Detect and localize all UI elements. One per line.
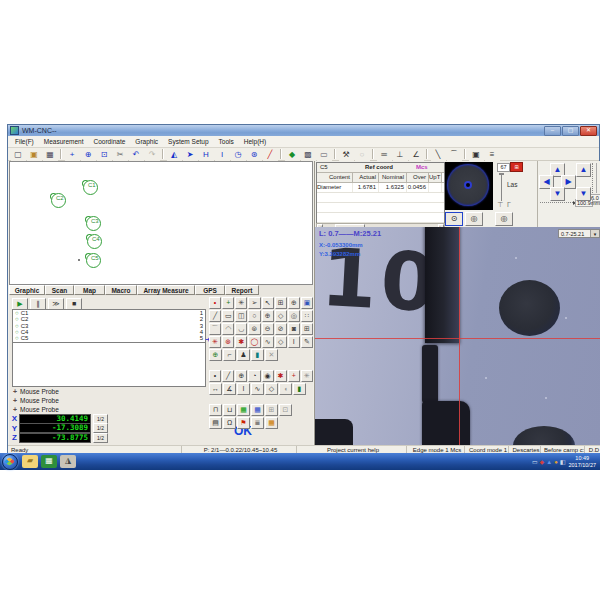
tab-map[interactable]: Map: [74, 285, 105, 295]
jog-down-button[interactable]: ▼: [550, 187, 565, 201]
delete-button[interactable]: ✕: [265, 349, 278, 361]
menu-coordinate[interactable]: Coordinate: [90, 137, 130, 146]
arc-lower-button[interactable]: ◡: [235, 323, 247, 335]
width-tool-button[interactable]: H: [199, 148, 214, 161]
column-header-actual[interactable]: Actual: [353, 173, 379, 182]
light-button[interactable]: ○: [355, 148, 370, 161]
caliper-button[interactable]: I: [288, 336, 300, 348]
language-indicator[interactable]: ▭: [532, 459, 538, 465]
menu-system-setup[interactable]: System Setup: [164, 137, 212, 146]
gear-red-button[interactable]: ✳: [209, 336, 221, 348]
probe-list-item[interactable]: +Mouse Probe: [12, 387, 204, 396]
green-swatch-button[interactable]: ▮: [293, 383, 306, 395]
table-row[interactable]: Diameter1.67811.63250.0456: [317, 183, 444, 193]
perpendicular-button[interactable]: ⊥: [393, 148, 408, 161]
title-bar[interactable]: WM-CNC-- – ▢ ✕: [8, 125, 599, 136]
frame-grid-button[interactable]: ⊞: [301, 323, 313, 335]
tab-array-measure[interactable]: Array Measure: [137, 285, 195, 295]
arc-button[interactable]: ⌒: [209, 323, 221, 335]
redo-button[interactable]: ↷: [145, 148, 160, 161]
column-header-content[interactable]: Content: [317, 173, 353, 182]
angle-tool-button[interactable]: ◭: [167, 148, 182, 161]
column-header-nominal[interactable]: Nominal: [379, 173, 407, 182]
circle-tool-button[interactable]: ⊛: [247, 148, 262, 161]
circle-hatch-button[interactable]: ⊕: [262, 310, 274, 322]
expand-button[interactable]: ⊡: [279, 404, 292, 416]
arc-upper-button[interactable]: ◠: [222, 323, 234, 335]
c-line-button[interactable]: ╱: [222, 370, 234, 382]
slot-button[interactable]: ⊘: [275, 323, 287, 335]
light-slider[interactable]: [501, 173, 502, 201]
pen-button[interactable]: ✎: [301, 336, 313, 348]
feature-list[interactable]: ○C11○C22○C33○C44○C55: [12, 309, 206, 343]
parallel-button[interactable]: ═: [377, 148, 392, 161]
rectangle-button[interactable]: ▭: [222, 310, 234, 322]
curve-button[interactable]: ∿: [262, 336, 274, 348]
program-empty-area[interactable]: [12, 342, 206, 387]
axis-half-toggle[interactable]: 1/2: [93, 414, 108, 424]
feature-circle-c2[interactable]: C2: [51, 193, 66, 208]
tab-macro[interactable]: Macro: [105, 285, 137, 295]
network-icon[interactable]: ◧: [560, 459, 566, 465]
height-tool-button[interactable]: I: [215, 148, 230, 161]
blob-button[interactable]: ◖: [279, 383, 292, 395]
point-star-button[interactable]: ✳: [235, 297, 247, 309]
circled-plus-button[interactable]: ⊕: [209, 349, 222, 361]
rect-dashed-button[interactable]: ⊞: [265, 404, 278, 416]
image-green-button[interactable]: ▦: [237, 404, 250, 416]
alert-icon[interactable]: ●: [554, 459, 558, 465]
arc-measure-button[interactable]: ⌒: [447, 148, 462, 161]
point-dot-button[interactable]: •: [209, 297, 221, 309]
menu-measurement[interactable]: Measurement: [40, 137, 88, 146]
angle-between-button[interactable]: ∡: [223, 383, 236, 395]
hexagon-button[interactable]: ◇: [275, 336, 287, 348]
two-rects-button[interactable]: ◫: [235, 310, 247, 322]
cut-button[interactable]: ✂: [113, 148, 128, 161]
image-capture-button[interactable]: ▣: [301, 297, 313, 309]
step-up-button[interactable]: ⊓: [209, 404, 222, 416]
tab-scan[interactable]: Scan: [45, 285, 74, 295]
axis-half-toggle[interactable]: 1/2: [93, 423, 108, 433]
security-shield-icon[interactable]: ▲: [546, 459, 552, 465]
start-button[interactable]: [2, 454, 18, 470]
spreadsheet-app-button[interactable]: ▦: [41, 455, 57, 468]
menu-file-f[interactable]: File(F): [11, 137, 38, 146]
rect-select-button[interactable]: ⊞: [275, 297, 287, 309]
z-speed-ruler[interactable]: [592, 163, 597, 193]
tab-gps[interactable]: GPS: [195, 285, 225, 295]
line-button[interactable]: ╱: [209, 310, 221, 322]
height-button[interactable]: I: [237, 383, 250, 395]
c-cloud-button[interactable]: ✱: [275, 370, 287, 382]
angle-dot-button[interactable]: ⌐: [223, 349, 236, 361]
zoom-range-combobox[interactable]: 0.7-25.21 ▾: [558, 229, 600, 238]
feature-circle-c5[interactable]: C5: [86, 253, 101, 268]
probe-list-item[interactable]: +Mouse Probe: [12, 396, 204, 405]
step-down-button[interactable]: ⊔: [223, 404, 236, 416]
window-view-button[interactable]: ▣: [469, 148, 484, 161]
list-view-button[interactable]: ≡: [485, 148, 500, 161]
concentric-button[interactable]: ◎: [288, 310, 300, 322]
tab-report[interactable]: Report: [225, 285, 259, 295]
c-point-button[interactable]: •: [209, 370, 221, 382]
point-grid-button[interactable]: ∷: [301, 310, 313, 322]
probe-person-button[interactable]: ♟: [237, 349, 250, 361]
diamond-tool-button[interactable]: ◆: [285, 148, 300, 161]
column-header-over[interactable]: Over: [407, 173, 429, 182]
ellipse-axis-button[interactable]: ⊖: [262, 323, 274, 335]
save-button[interactable]: ▦: [43, 148, 58, 161]
cursor-button[interactable]: ↖: [262, 297, 274, 309]
jog-z-down-button[interactable]: ▼: [576, 187, 591, 201]
update-icon[interactable]: ◆: [540, 459, 545, 465]
feature-circle-c3[interactable]: C3: [86, 216, 101, 231]
waviness-button[interactable]: ∿: [251, 383, 264, 395]
axis-half-toggle[interactable]: 1/2: [93, 433, 108, 443]
zoom-button[interactable]: ⊕: [81, 148, 96, 161]
feature-list-item[interactable]: ○C55: [13, 335, 205, 341]
polygon-button[interactable]: ◇: [275, 310, 287, 322]
point-cross-button[interactable]: +: [222, 297, 234, 309]
move-button[interactable]: +: [65, 148, 80, 161]
close-button[interactable]: ✕: [580, 126, 597, 136]
laser-badge-icon[interactable]: ⊞: [510, 162, 523, 172]
zoom-extent-button[interactable]: ⊡: [97, 148, 112, 161]
probe-cursor-button[interactable]: ➤: [183, 148, 198, 161]
